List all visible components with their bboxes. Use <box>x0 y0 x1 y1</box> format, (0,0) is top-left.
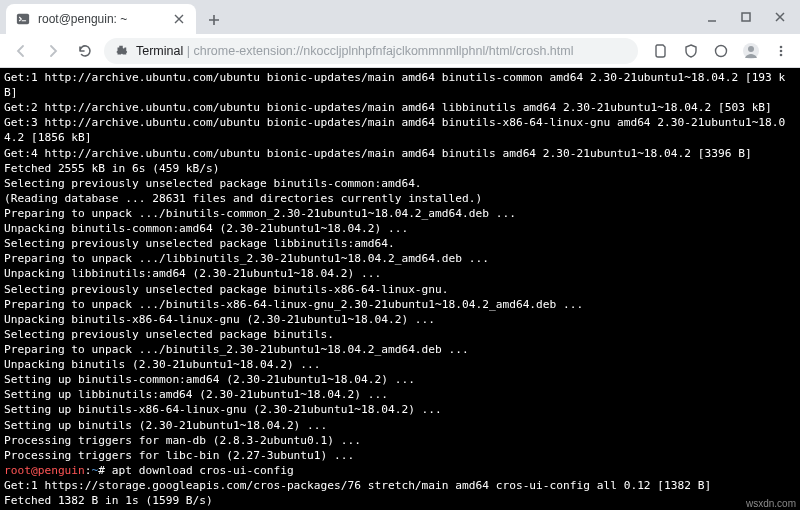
tab-active[interactable]: root@penguin: ~ <box>6 4 196 34</box>
menu-dots-icon[interactable] <box>770 40 792 62</box>
terminal-output[interactable]: Get:1 http://archive.ubuntu.com/ubuntu b… <box>0 68 800 510</box>
minimize-icon[interactable] <box>700 5 724 29</box>
terminal-favicon-icon <box>16 12 30 26</box>
close-window-icon[interactable] <box>768 5 792 29</box>
forward-button-icon[interactable] <box>40 38 66 64</box>
svg-rect-0 <box>17 14 29 25</box>
maximize-icon[interactable] <box>734 5 758 29</box>
watermark-text: wsxdn.com <box>746 498 796 509</box>
circle-extension-icon[interactable] <box>710 40 732 62</box>
svg-point-5 <box>780 45 783 48</box>
omnibox[interactable]: Terminal | chrome-extension://nkoccljpln… <box>104 38 638 64</box>
extension-puzzle-icon <box>114 44 128 58</box>
svg-point-4 <box>748 46 754 52</box>
toolbar-right-icons <box>644 40 792 62</box>
window-controls <box>700 0 800 34</box>
back-button-icon[interactable] <box>8 38 34 64</box>
evernote-extension-icon[interactable] <box>650 40 672 62</box>
tab-close-icon[interactable] <box>172 12 186 26</box>
browser-toolbar: Terminal | chrome-extension://nkoccljpln… <box>0 34 800 68</box>
shield-extension-icon[interactable] <box>680 40 702 62</box>
svg-point-2 <box>716 45 727 56</box>
reload-button-icon[interactable] <box>72 38 98 64</box>
tab-title: root@penguin: ~ <box>38 12 164 26</box>
svg-point-6 <box>780 49 783 52</box>
svg-point-7 <box>780 53 783 56</box>
user-avatar-icon[interactable] <box>740 40 762 62</box>
svg-rect-1 <box>742 13 750 21</box>
new-tab-button[interactable] <box>200 6 228 34</box>
omnibox-text: Terminal | chrome-extension://nkoccljpln… <box>136 44 573 58</box>
tab-strip: root@penguin: ~ <box>0 0 800 34</box>
